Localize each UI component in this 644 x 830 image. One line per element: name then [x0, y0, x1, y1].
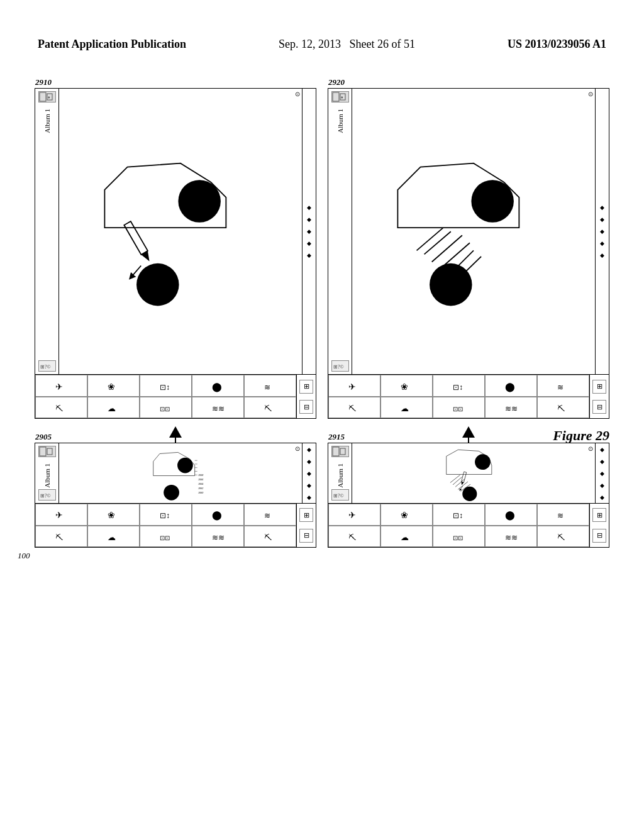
arrow-up-left [35, 425, 316, 443]
svg-rect-5 [124, 221, 148, 255]
svg-text:⛏: ⛏ [557, 533, 565, 542]
svg-text:⛏: ⛏ [55, 404, 63, 413]
panel-label-2920: 2920 [328, 77, 345, 87]
svg-text:1882: 1882 [198, 487, 203, 490]
svg-text:≋≋: ≋≋ [212, 404, 225, 413]
svg-text:≋: ≋ [557, 383, 564, 392]
svg-point-4 [178, 180, 221, 223]
right-strip-2915: ◆ ◆ ◆ ◆ ◆ [595, 443, 609, 503]
svg-text:1886: 1886 [198, 479, 204, 482]
album-text-2905: Album 1 [43, 463, 51, 488]
svg-text:⊞?©: ⊞?© [333, 493, 344, 499]
svg-text:♦: ♦ [48, 95, 50, 100]
svg-text:⬤: ⬤ [505, 511, 515, 521]
svg-text:⊡⊡: ⊡⊡ [160, 406, 170, 412]
album-text-2915: Album 1 [336, 463, 344, 488]
sidebar-bottom-2920: ⊞?© [331, 360, 349, 372]
svg-text:⊡↕: ⊡↕ [160, 383, 170, 392]
svg-text:≋: ≋ [264, 511, 270, 520]
svg-rect-71 [340, 448, 345, 455]
page: Patent Application Publication Sep. 12, … [0, 0, 644, 830]
main-drawing-2920: ⊙ [352, 89, 595, 374]
main-drawing-2910: ⊙ [59, 89, 302, 374]
panel-2915: 2915 Album 1 ⊞?© ⊙ [328, 443, 609, 548]
svg-text:✈: ✈ [348, 382, 356, 392]
svg-text:⛏: ⛏ [264, 533, 272, 542]
bottom-icons-2920: ✈ ❀ ⊡↕ ⬤ ≋ ⛏ ☁ ⊡⊡ ≋≋ ⛏ [328, 375, 590, 418]
svg-text:⊞?©: ⊞?© [333, 364, 344, 370]
sidebar-2920: ♦ Album 1 ⊞?© [328, 89, 352, 374]
right-icon-5: ◆ [304, 250, 314, 260]
svg-text:≋: ≋ [264, 383, 270, 392]
svg-text:⬤: ⬤ [212, 511, 222, 521]
album-text-2910: Album 1 [43, 109, 51, 133]
svg-text:⊞?©: ⊞?© [40, 493, 51, 499]
svg-text:☁: ☁ [401, 533, 409, 542]
bottom-right-2905: ⊞ ⊟ [297, 504, 316, 547]
svg-text:⛏: ⛏ [348, 533, 356, 542]
svg-text:⊡↕: ⊡↕ [453, 383, 463, 392]
svg-rect-45 [40, 447, 46, 456]
svg-text:⊡↕: ⊡↕ [453, 511, 463, 520]
sidebar-top-icons: ♦ [38, 91, 56, 102]
svg-marker-43 [462, 426, 475, 438]
bottom-right-2910: ⊞ ⊟ [297, 375, 316, 418]
sidebar-2915: Album 1 ⊞?© [328, 443, 352, 503]
svg-text:≋≋: ≋≋ [505, 533, 518, 542]
svg-point-48 [177, 458, 193, 473]
main-drawing-2905: ⊙ 1880 1882 1884 1886 [59, 443, 302, 503]
bottom-icons-2905: ✈ ❀ ⊡↕ ⬤ ≋ ⛏ ☁ ⊡⊡ ≋≋ ⛏ [35, 504, 297, 547]
bottom-bar-2910: ✈ ❀ ⊡↕ ⬤ ≋ ⛏ ☁ ⊡⊡ ≋≋ ⛏ ⊞ ⊟ [35, 374, 316, 418]
panel-2905: 2905 100 Album 1 ⊞?© [35, 443, 316, 548]
svg-marker-41 [169, 426, 182, 438]
svg-rect-70 [333, 447, 339, 456]
date-sheet: Sep. 12, 2013 Sheet 26 of 51 [279, 38, 415, 51]
bottom-icons-2910: ✈ ❀ ⊡↕ ⬤ ≋ ⛏ ☁ ⊡⊡ ≋≋ ⛏ [35, 375, 297, 418]
right-strip-2910: ◆ ◆ ◆ ◆ ◆ [302, 89, 316, 374]
right-icon-3: ◆ [304, 226, 314, 236]
panel-label-2915: 2915 [328, 432, 345, 442]
arrow-up-right [328, 425, 609, 443]
svg-text:1884: 1884 [198, 483, 203, 486]
svg-rect-19 [333, 92, 339, 101]
bottom-right-2915: ⊞ ⊟ [590, 504, 609, 547]
svg-text:⊡↕: ⊡↕ [160, 511, 170, 520]
drawing-svg-2920 [352, 89, 595, 374]
panel-2910: 2910 ♦ Album 1 ⊞?© [35, 88, 316, 419]
svg-text:⬤: ⬤ [505, 382, 515, 392]
drawing-svg-2905: 1880 1882 1884 1886 1888 [59, 443, 302, 503]
svg-text:≋: ≋ [557, 511, 564, 520]
svg-point-30 [430, 263, 472, 306]
svg-text:⊡⊡: ⊡⊡ [453, 406, 463, 412]
svg-text:⛏: ⛏ [55, 533, 63, 542]
right-icon-4: ◆ [304, 238, 314, 248]
panel-2920: 2920 ♦ Album 1 ⊞?© ⊙ [328, 88, 609, 419]
svg-text:⛏: ⛏ [264, 404, 272, 413]
svg-point-49 [164, 485, 179, 501]
album-text-2920: Album 1 [336, 109, 344, 133]
svg-text:✈: ✈ [55, 382, 63, 392]
svg-text:⛏: ⛏ [557, 404, 565, 413]
patent-number: US 2013/0239056 A1 [508, 38, 606, 51]
svg-line-24 [425, 231, 451, 254]
svg-text:❀: ❀ [401, 511, 408, 520]
svg-rect-0 [40, 92, 46, 101]
svg-point-8 [136, 263, 179, 306]
right-icon-1: ◆ [304, 202, 314, 213]
content-area: 2910 ♦ Album 1 ⊞?© [35, 88, 609, 792]
svg-text:⬤: ⬤ [212, 382, 222, 392]
svg-text:⛏: ⛏ [348, 404, 356, 413]
svg-point-73 [475, 455, 491, 470]
svg-text:☁: ☁ [401, 404, 409, 413]
svg-text:⊡⊡: ⊡⊡ [160, 534, 170, 541]
publication-label: Patent Application Publication [38, 38, 186, 51]
bottom-icons-2915: ✈ ❀ ⊡↕ ⬤ ≋ ⛏ ☁ ⊡⊡ ≋≋ ⛏ [328, 504, 590, 547]
svg-line-25 [432, 235, 462, 262]
ref-100: 100 [18, 551, 30, 561]
svg-text:♦: ♦ [341, 95, 343, 100]
right-strip-2920: ◆ ◆ ◆ ◆ ◆ [595, 89, 609, 374]
main-drawing-2915: ⊙ [352, 443, 595, 503]
svg-line-79 [453, 477, 462, 485]
sidebar-top-icons-2920: ♦ [331, 91, 349, 102]
panel-label-2910: 2910 [35, 77, 52, 87]
